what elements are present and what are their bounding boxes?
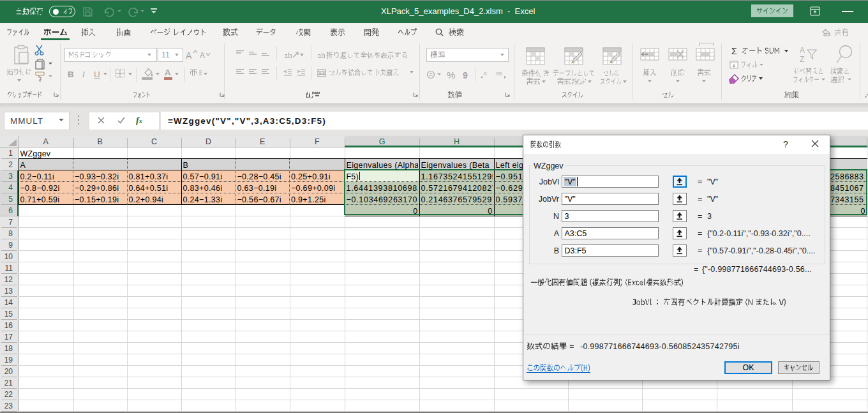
svg-text:.00: .00 <box>495 71 502 77</box>
svg-text:.0: .0 <box>483 71 487 77</box>
